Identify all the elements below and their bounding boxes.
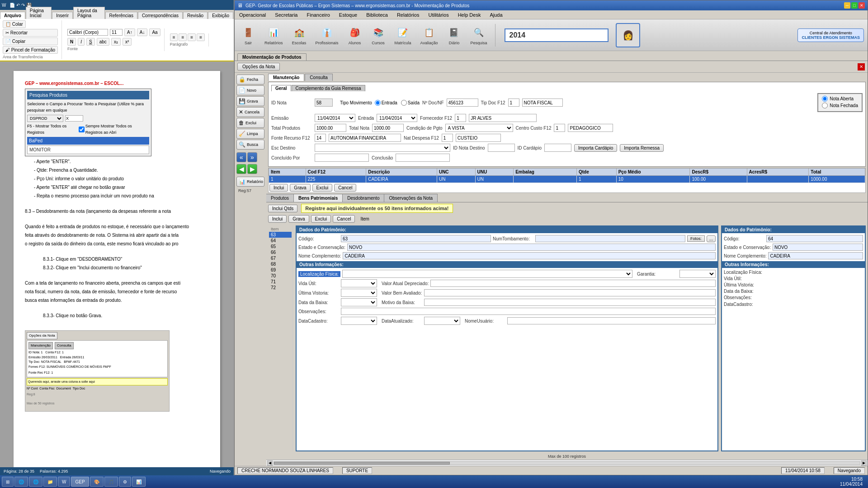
gep-tab-movimentacao[interactable]: Movimentação de Produtos [237, 53, 307, 61]
limpa-button[interactable]: 🧹 Limpa [236, 129, 264, 139]
menu-estoque[interactable]: Estoque [335, 11, 362, 19]
menu-relatorios[interactable]: Relatórios [392, 11, 424, 19]
toolbar-avaliacao[interactable]: 📋 Avaliação [418, 24, 441, 46]
taskbar-extra[interactable]: 📊 [132, 477, 146, 487]
taskbar-gep[interactable]: GEP [71, 477, 89, 487]
opcoes-nota-button[interactable]: Opções da Nota [237, 63, 280, 70]
list-item-66[interactable]: 66 [269, 249, 292, 255]
start-button[interactable]: ⊞ [2, 477, 14, 487]
taskbar-chrome[interactable]: 🌐 [14, 477, 28, 487]
nota-aberta-radio[interactable] [822, 96, 828, 102]
align-center-button[interactable]: ≡ [179, 33, 187, 41]
nat-despesa-nome-input[interactable] [456, 134, 501, 142]
nat-despesa-input[interactable] [442, 134, 453, 142]
align-left-button[interactable]: ≡ [170, 33, 178, 41]
conclusao-input[interactable] [396, 154, 450, 162]
centro-custo-input[interactable] [554, 124, 565, 132]
strikethrough-button[interactable]: abc [97, 38, 109, 46]
word-tab-ref[interactable]: Referências [105, 12, 137, 19]
menu-secretaria[interactable]: Secretaria [270, 11, 302, 19]
scroll-thumb[interactable] [274, 462, 450, 465]
codigo-input-2[interactable] [766, 235, 863, 242]
menu-biblioteca[interactable]: Biblioteca [362, 11, 392, 19]
word-tab-exib[interactable]: Exibição [208, 12, 233, 19]
taskbar-folder[interactable]: 📁 [43, 477, 57, 487]
table-row[interactable]: 1 225 CADEIRA UN UN 1 10 100.00 1000.0 [269, 176, 865, 183]
pesquisa-checkbox[interactable] [79, 127, 85, 132]
tab-bens-patrimoniais[interactable]: Bens Patrimoniais [294, 194, 343, 202]
taskbar-explorer[interactable]: 🌐 [29, 477, 42, 487]
tab-consulta[interactable]: Consulta [305, 74, 332, 81]
relatorio-button[interactable]: 📊 Relatório [236, 177, 264, 187]
panel-close-button[interactable]: ✕ [858, 63, 865, 70]
nota-fechada-radio[interactable] [822, 103, 828, 108]
toolbar-sair[interactable]: 🚪 Sair [238, 24, 258, 46]
list-item-69[interactable]: 69 [269, 267, 292, 273]
toolbar-pesquisa[interactable]: 🔍 Pesquisa [467, 24, 490, 46]
menu-financeiro[interactable]: Financeiro [302, 11, 334, 19]
item-inclui-button[interactable]: Inclui [269, 184, 288, 192]
ultima-vistoria-select-1[interactable] [341, 289, 377, 297]
minimize-button[interactable]: ─ [844, 2, 850, 9]
font-name-input[interactable] [67, 29, 108, 36]
tab-produtos[interactable]: Produtos [266, 194, 294, 202]
list-item-63[interactable]: 63 [269, 232, 292, 238]
tab-observacoes[interactable]: Observações da Nota [384, 194, 438, 202]
pat-exclui-button[interactable]: Exclui [311, 215, 331, 223]
menu-ajuda[interactable]: Ajuda [485, 11, 507, 19]
scroll-left-button[interactable]: ◀ [267, 460, 273, 466]
busca-button[interactable]: 🔍 Busca [236, 140, 264, 150]
data-cadastro-select-1[interactable] [341, 317, 377, 325]
underline-button[interactable]: S [86, 38, 95, 46]
id-cardapio-input[interactable] [544, 144, 571, 152]
bold-button[interactable]: N [67, 38, 76, 46]
saida-radio[interactable] [401, 100, 407, 106]
garantia-select-1[interactable] [679, 270, 716, 278]
list-item-67[interactable]: 67 [269, 255, 292, 261]
concluido-input[interactable] [315, 154, 369, 162]
pat-inclui-button[interactable]: Inclui [268, 215, 287, 223]
condicao-pagto-select[interactable]: A VISTA [445, 124, 513, 132]
toolbar-profissionais[interactable]: 👔 Profissionais [313, 24, 341, 46]
estado-conservacao-input-2[interactable] [773, 244, 863, 251]
subtab-geral[interactable]: Geral [271, 85, 291, 91]
paste-button[interactable]: 📋 Colar [3, 20, 26, 28]
list-item-71[interactable]: 71 [269, 279, 292, 285]
align-right-button[interactable]: ≡ [188, 33, 196, 41]
cancela-button[interactable]: ✕ Cancela [236, 107, 264, 117]
close-button[interactable]: ✕ [859, 2, 865, 9]
valor-atual-input-1[interactable] [430, 280, 716, 287]
fotos-button-1[interactable]: Fotos: [687, 235, 705, 242]
taskbar-settings[interactable]: ⚙ [119, 477, 131, 487]
fornecedor-input[interactable] [455, 114, 466, 122]
tipdoc-input[interactable] [508, 99, 519, 107]
toolbar-escolas[interactable]: 🏫 Escolas [289, 24, 309, 46]
item-exclui-button[interactable]: Exclui [312, 184, 333, 192]
list-item-65[interactable]: 65 [269, 244, 292, 249]
emissao-select[interactable]: 11/04/2014 [315, 114, 355, 122]
font-shrink-button[interactable]: A↓ [137, 28, 148, 36]
fonte-recurso-nome-input[interactable] [329, 134, 401, 142]
tab-manutencao[interactable]: Manutenção [268, 74, 304, 81]
word-tab-inserir[interactable]: Inserir [52, 12, 73, 19]
estado-conservacao-input-1[interactable] [347, 244, 716, 251]
item-grava-button[interactable]: Grava [290, 184, 310, 192]
subtab-complemento[interactable]: Complemento da Guia Remessa [292, 85, 365, 91]
cut-button[interactable]: ✂ Recortar [3, 29, 58, 37]
obs-input-1[interactable] [341, 308, 716, 315]
taskbar-paint[interactable]: 🎨 [90, 477, 104, 487]
ndoc-input[interactable] [447, 99, 478, 107]
copy-button[interactable]: 📄 Copiar [3, 38, 58, 45]
pat-cancel-button[interactable]: Cancel [333, 215, 355, 223]
horizontal-scrollbar[interactable]: ◀ ▶ [266, 460, 868, 466]
nav-prev-button[interactable]: ◀ [236, 164, 246, 174]
word-tab-corresp[interactable]: Correspondências [138, 12, 183, 19]
taskbar-media[interactable]: 🎵 [104, 477, 118, 487]
word-tab-arquivo[interactable]: Arquivo [0, 12, 25, 19]
nav-last-button[interactable]: » [247, 152, 257, 162]
pesquisa-field-select[interactable]: DSPROD [27, 115, 63, 122]
font-size-input[interactable] [110, 29, 123, 36]
entrada-radio[interactable] [375, 100, 381, 106]
maximize-button[interactable]: □ [851, 2, 858, 9]
pesquisa-search-input[interactable] [65, 115, 83, 122]
